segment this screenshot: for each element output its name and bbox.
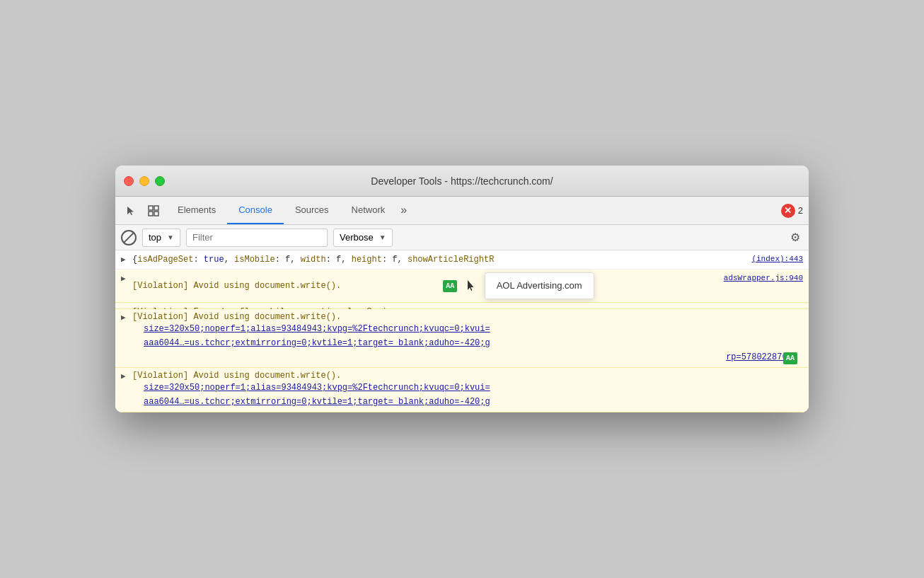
traffic-lights xyxy=(124,176,165,186)
minimize-button[interactable] xyxy=(139,176,149,186)
close-button[interactable] xyxy=(124,176,134,186)
context-selector[interactable]: top ▼ xyxy=(142,229,180,247)
more-tabs-button[interactable]: » xyxy=(396,197,411,224)
tab-elements[interactable]: Elements xyxy=(166,197,227,224)
fullscreen-button[interactable] xyxy=(155,176,165,186)
source-link[interactable]: (index):443 xyxy=(751,253,803,265)
tab-sources[interactable]: Sources xyxy=(284,197,340,224)
console-line-violation-multi: ▶ [Violation] Avoid using document.write… xyxy=(115,309,809,368)
console-line-violation-1: ▶ [Violation] Avoid using document.write… xyxy=(115,270,809,303)
chevron-down-icon: ▼ xyxy=(379,233,386,241)
titlebar: Developer Tools - https://techcrunch.com… xyxy=(115,166,809,197)
filter-input[interactable] xyxy=(186,229,328,247)
inspect-icon[interactable] xyxy=(144,201,163,221)
expand-arrow-icon[interactable]: ▶ xyxy=(121,313,126,322)
tab-bar: Elements Console Sources Network » xyxy=(166,197,778,224)
expand-arrow-icon[interactable]: ▶ xyxy=(121,254,126,266)
url-link[interactable]: aaa6044…=us.tchcr;extmirroring=0;kvtile=… xyxy=(144,397,490,407)
toolbar-right: ✕ 2 xyxy=(781,204,803,218)
chevron-down-icon: ▼ xyxy=(167,233,174,241)
console-line-text: [Violation] Avoid using document.write()… xyxy=(132,371,803,381)
svg-rect-3 xyxy=(154,212,158,216)
console-line: ▶ {isAdPageSet: true, isMobile: f, width… xyxy=(115,250,809,270)
svg-rect-0 xyxy=(149,206,153,210)
console-toolbar: top ▼ Verbose ▼ ⚙ xyxy=(115,225,809,250)
tab-network[interactable]: Network xyxy=(340,197,397,224)
tooltip: AOL Advertising.com xyxy=(485,272,594,299)
console-line-text: [Violation] Avoid using document.write()… xyxy=(132,312,803,322)
main-toolbar: Elements Console Sources Network » ✕ 2 xyxy=(115,197,809,225)
expand-arrow-icon[interactable]: ▶ xyxy=(121,371,126,381)
console-output: ▶ {isAdPageSet: true, isMobile: f, width… xyxy=(115,250,809,412)
expand-arrow-icon[interactable]: ▶ xyxy=(121,273,126,285)
aa-badge: AA xyxy=(443,280,457,292)
url-link[interactable]: size=320x50;noperf=1;alias=93484943;kvpg… xyxy=(144,383,490,393)
devtools-window: Developer Tools - https://techcrunch.com… xyxy=(115,166,809,412)
tab-console[interactable]: Console xyxy=(227,197,284,224)
clear-console-button[interactable] xyxy=(121,230,137,245)
settings-icon[interactable]: ⚙ xyxy=(787,230,803,245)
window-title: Developer Tools - https://techcrunch.com… xyxy=(371,175,553,187)
url-link[interactable]: size=320x50;noperf=1;alias=93484943;kvpg… xyxy=(144,324,490,334)
error-count: 2 xyxy=(798,205,803,216)
aa-badge: AA xyxy=(783,352,797,364)
svg-rect-2 xyxy=(149,212,153,216)
svg-rect-1 xyxy=(154,206,158,210)
error-badge: ✕ 2 xyxy=(781,204,803,218)
console-line-violation-multi-2: ▶ [Violation] Avoid using document.write… xyxy=(115,368,809,412)
verbose-selector[interactable]: Verbose ▼ xyxy=(333,229,393,247)
console-line-violation-reflow: [Violation] Forced reflow while executin… xyxy=(115,303,809,309)
cursor-tool-icon[interactable] xyxy=(121,201,141,221)
source-link[interactable]: adsWrapper.js:940 xyxy=(724,272,803,284)
error-icon: ✕ xyxy=(781,204,795,218)
url-link[interactable]: aaa6044…=us.tchcr;extmirroring=0;kvtile=… xyxy=(144,338,490,348)
